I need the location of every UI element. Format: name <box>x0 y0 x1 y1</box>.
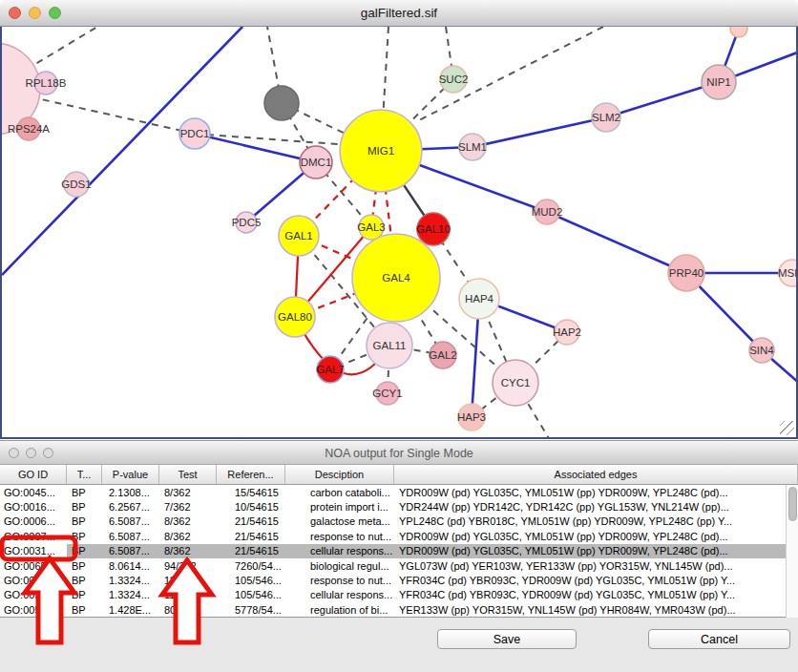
graph-titlebar: galFiltered.sif <box>0 0 798 27</box>
column-header-associated_edges[interactable]: Associated edges <box>394 465 798 484</box>
cell-reference: 7260/54... <box>217 558 285 573</box>
graph-edge <box>2 27 242 275</box>
table-row[interactable]: GO:0007...BP6.5087...8/36221/54615respon… <box>0 529 798 543</box>
cell-test: 8/362 <box>159 544 217 558</box>
cell-p_value: 1.3324... <box>102 588 159 602</box>
noa-window-title: NOA output for Single Mode <box>0 441 798 465</box>
cell-reference: 15/54615 <box>217 485 285 499</box>
graph-node-label: HAP3 <box>457 411 486 423</box>
cell-test: 11/362 <box>159 588 217 602</box>
graph-node-label: MSL1 <box>778 267 796 279</box>
graph-node-label: GAL80 <box>278 311 312 323</box>
graph-node-label: GAL2 <box>429 349 456 361</box>
cell-type: BP <box>67 514 102 529</box>
cell-type: BP <box>67 573 102 587</box>
cell-associated_edges: YDR009W (pd) YGL035C, YML051W (pp) YDR00… <box>394 529 798 543</box>
scrollbar-thumb[interactable] <box>788 487 797 521</box>
network-svg: RPL18BRPS24AGDS1PDC1MIG1DMC1PDC5GAL1GAL3… <box>2 27 796 437</box>
noa-window: NOA output for Single Mode GO IDT...P-va… <box>0 440 798 672</box>
cell-description: protein import i... <box>285 499 394 514</box>
graph-node-label: SUC2 <box>439 74 469 85</box>
column-header-test[interactable]: Test <box>159 465 217 484</box>
save-button[interactable]: Save <box>437 629 577 649</box>
cell-type: BP <box>67 602 102 617</box>
table-row[interactable]: GO:0050...BP1.428E...80/3625778/54...reg… <box>0 602 798 617</box>
cell-type: BP <box>67 529 102 543</box>
screen: galFiltered.sif RPL18BRPS24AGDS1PDC1MIG1… <box>0 0 798 672</box>
cell-type: BP <box>67 588 102 602</box>
graph-node-label: MIG1 <box>368 145 394 157</box>
graph-node-label: HAP4 <box>465 293 494 304</box>
graph-node-label: PRP40 <box>669 267 704 279</box>
cell-go_id: GO:0031... <box>0 573 67 587</box>
cell-reference: 21/54615 <box>217 514 285 529</box>
graph-node-label: DMC1 <box>301 157 332 168</box>
cell-type: BP <box>67 499 102 514</box>
column-header-description[interactable]: Desciption <box>285 465 394 484</box>
graph-node-label: SLM1 <box>458 141 487 153</box>
graph-edge <box>472 117 606 147</box>
cell-reference: 5778/54... <box>217 602 285 617</box>
table-row[interactable]: GO:0065...BP8.0614...94/3627260/54...bio… <box>0 558 798 573</box>
cell-associated_edges: YPL248C (pd) YBR018C, YML051W (pp) YDR00… <box>394 514 798 529</box>
cell-p_value: 2.1308... <box>102 485 159 499</box>
graph-node-label: MUD2 <box>532 206 563 218</box>
cell-p_value: 1.3324... <box>102 573 159 587</box>
column-header-reference[interactable]: Referen... <box>217 465 285 484</box>
cell-description: cellular respons... <box>285 588 394 602</box>
cell-associated_edges: YDR244W (pp) YDR142C, YDR142C (pp) YGL15… <box>394 499 798 514</box>
graph-node-label: HAP2 <box>553 326 581 338</box>
column-header-type[interactable]: T... <box>67 465 102 484</box>
cell-p_value: 6.5087... <box>102 544 159 558</box>
table-row[interactable]: GO:0031...BP1.3324...11/362105/546...res… <box>0 573 798 587</box>
cell-associated_edges: YFR034C (pd) YBR093C, YDR009W (pd) YGL03… <box>394 588 798 602</box>
cell-associated_edges: YDR009W (pd) YGL035C, YML051W (pp) YDR00… <box>394 544 798 558</box>
table-row[interactable]: GO:0016...BP6.2567...7/36210/54615protei… <box>0 499 798 514</box>
cell-reference: 105/546... <box>217 573 285 587</box>
graph-node-label: GCY1 <box>372 388 402 399</box>
graph-node-label: PDC5 <box>232 217 262 228</box>
cell-reference: 105/546... <box>217 588 285 602</box>
graph-canvas[interactable]: RPL18BRPS24AGDS1PDC1MIG1DMC1PDC5GAL1GAL3… <box>0 27 798 439</box>
cell-go_id: GO:0031... <box>0 588 67 602</box>
graph-node-label: GAL4 <box>382 272 410 284</box>
table-row[interactable]: GO:0031...BP1.3324...11/362105/546...cel… <box>0 588 798 602</box>
cell-test: 8/362 <box>159 514 217 529</box>
cell-go_id: GO:0050... <box>0 602 67 617</box>
cell-go_id: GO:0016... <box>0 499 67 514</box>
cell-description: galactose meta... <box>285 514 394 529</box>
cell-type: BP <box>67 558 102 573</box>
graph-node-label: RPL18B <box>26 77 67 89</box>
cell-description: carbon cataboli... <box>285 485 394 499</box>
cell-reference: 10/54615 <box>217 499 285 514</box>
graph-node-label: RPS24A <box>8 123 50 135</box>
cell-type: BP <box>67 485 102 499</box>
cell-p_value: 8.0614... <box>102 558 159 573</box>
graph-node-node-gray[interactable] <box>264 86 299 120</box>
graph-node-label: PDC1 <box>180 128 210 139</box>
table-row[interactable]: GO:0031...BP6.5087...8/36221/54615cellul… <box>0 544 798 558</box>
graph-node-label: GAL11 <box>373 340 407 351</box>
column-header-p_value[interactable]: P-value <box>102 465 159 484</box>
cell-test: 8/362 <box>159 529 217 543</box>
column-header-go_id[interactable]: GO ID <box>0 465 67 484</box>
table-row[interactable]: GO:0045...BP2.1308...8/36215/54615carbon… <box>0 485 798 499</box>
cell-test: 8/362 <box>159 485 217 499</box>
graph-node-label: SLM2 <box>592 112 620 123</box>
cell-reference: 21/54615 <box>217 529 285 543</box>
graph-node-node-topright-small[interactable] <box>730 27 747 37</box>
resize-handle-icon[interactable] <box>780 421 794 435</box>
cell-reference: 21/54615 <box>217 544 285 558</box>
cell-go_id: GO:0006... <box>0 514 67 529</box>
cell-associated_edges: YDR009W (pd) YGL035C, YML051W (pp) YDR00… <box>394 485 798 499</box>
cancel-button[interactable]: Cancel <box>648 629 790 649</box>
cell-p_value: 1.428E... <box>102 602 159 617</box>
cell-test: 80/362 <box>159 602 217 617</box>
cell-description: response to nut... <box>285 573 394 587</box>
cell-p_value: 6.5087... <box>102 529 159 543</box>
table-row[interactable]: GO:0006...BP6.5087...8/36221/54615galact… <box>0 514 798 529</box>
graph-edge <box>195 134 316 162</box>
cell-associated_edges: YER133W (pp) YOR315W, YNL145W (pd) YHR08… <box>394 602 798 617</box>
results-table-body: GO:0045...BP2.1308...8/36215/54615carbon… <box>0 485 798 618</box>
table-scrollbar[interactable] <box>786 485 798 618</box>
